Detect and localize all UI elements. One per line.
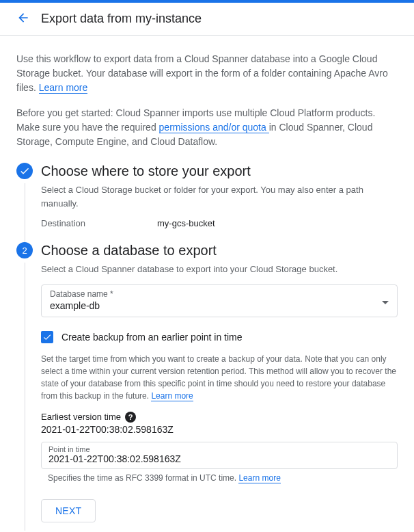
step-1-header: Choose where to store your export xyxy=(16,163,398,179)
database-select[interactable]: Database name * example-db xyxy=(41,284,398,317)
checkmark-icon xyxy=(16,163,33,179)
help-icon[interactable]: ? xyxy=(125,412,136,423)
step-2-title: Choose a database to export xyxy=(41,242,217,258)
backup-checkbox-row[interactable]: Create backup from an earlier point in t… xyxy=(41,331,398,343)
learn-more-link[interactable]: Learn more xyxy=(39,82,88,94)
rfc-learn-more-link[interactable]: Learn more xyxy=(238,473,280,483)
point-in-time-label: Point in time xyxy=(49,445,390,453)
checkbox-checked-icon xyxy=(41,331,53,343)
step-2-header: 2 Choose a database to export xyxy=(16,242,398,258)
helper-text-a: Set the target time from which you want … xyxy=(41,354,396,401)
database-label: Database name * xyxy=(50,289,389,299)
step-2-desc: Select a Cloud Spanner database to expor… xyxy=(41,263,398,276)
chevron-down-icon xyxy=(382,295,389,306)
point-in-time-input[interactable] xyxy=(49,453,390,464)
backup-helper-text: Set the target time from which you want … xyxy=(41,353,398,402)
destination-label: Destination xyxy=(41,218,157,228)
next-button[interactable]: NEXT xyxy=(41,499,96,522)
point-in-time-hint: Specifies the time as RFC 3399 format in… xyxy=(41,473,398,483)
permissions-link[interactable]: permissions and/or quota xyxy=(159,122,269,133)
destination-value: my-gcs-bucket xyxy=(157,218,215,228)
earliest-version-value: 2021-01-22T00:38:02.598163Z xyxy=(41,424,398,435)
step-1-title: Choose where to store your export xyxy=(41,163,251,179)
page-header: Export data from my-instance xyxy=(0,3,414,36)
earliest-version-label: Earliest version time xyxy=(41,412,121,422)
point-in-time-field[interactable]: Point in time xyxy=(41,442,398,469)
backup-learn-more-link[interactable]: Learn more xyxy=(151,391,193,401)
database-value: example-db xyxy=(50,300,389,311)
step-1-desc: Select a Cloud Storage bucket or folder … xyxy=(41,183,398,210)
intro-bold: Before you get started xyxy=(16,107,111,118)
step-number-icon: 2 xyxy=(16,242,33,258)
step-2-body: Select a Cloud Spanner database to expor… xyxy=(25,263,398,531)
checkbox-label: Create backup from an earlier point in t… xyxy=(61,332,243,343)
intro-text: Use this workflow to export data from a … xyxy=(16,52,398,149)
step-1-body: Select a Cloud Storage bucket or folder … xyxy=(25,183,398,242)
hint-text: Specifies the time as RFC 3399 format in… xyxy=(48,473,238,483)
page-title: Export data from my-instance xyxy=(41,12,202,26)
back-arrow-icon[interactable] xyxy=(16,11,30,27)
